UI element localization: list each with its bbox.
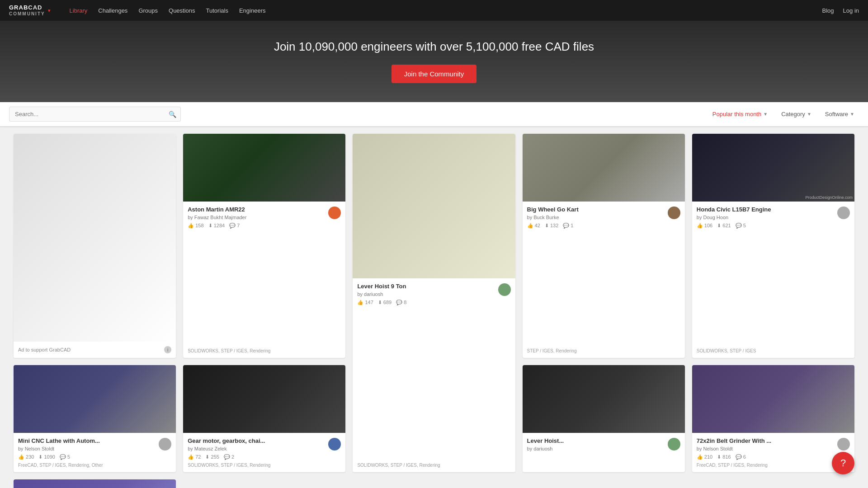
ad-text: Ad to support GrabCAD — [18, 347, 71, 352]
card-downloads: ⬇ 132 — [545, 223, 558, 229]
card-title-author-wrap: Gear motor, gearbox, chai... by Mateusz … — [188, 437, 265, 451]
card-comments: 💬 5 — [60, 454, 70, 460]
card-tags: FreeCAD, STEP / IGES, Rendering, Other — [18, 463, 171, 468]
nav-link-challenges[interactable]: Challenges — [94, 5, 132, 16]
card-avatar — [668, 438, 680, 450]
nav-link-tutorials[interactable]: Tutorials — [202, 5, 233, 16]
category-filter-label: Category — [781, 111, 805, 117]
card-downloads: ⬇ 621 — [717, 223, 731, 229]
card-title-author-wrap: Aston Martin AMR22 by Fawaz Bukht Majmad… — [188, 206, 246, 220]
card-author: by Nelson Stoldt — [18, 446, 100, 451]
card-author: by Mateusz Zelek — [188, 446, 265, 451]
model-card[interactable]: Lever Hoist... by dariuosh — [523, 365, 685, 472]
card-image — [183, 134, 345, 202]
card-stats: 👍 42 ⬇ 132 💬 1 — [527, 223, 680, 229]
help-fab[interactable]: ? — [832, 452, 854, 474]
category-filter-button[interactable]: Category ▼ — [777, 108, 816, 120]
card-stats: 👍 158 ⬇ 1284 💬 7 — [188, 223, 341, 229]
card-stats: 👍 210 ⬇ 816 💬 6 — [697, 454, 850, 460]
card-comments: 💬 2 — [224, 454, 234, 460]
category-filter-arrow: ▼ — [807, 112, 811, 117]
card-image — [692, 365, 854, 433]
card-title: Lever Hoist... — [527, 437, 564, 445]
card-avatar — [328, 438, 341, 450]
logo-dropdown-arrow[interactable]: ▼ — [47, 8, 52, 13]
logo-grab: GRAB — [9, 4, 28, 11]
card-image — [14, 479, 176, 488]
card-title-author-wrap: 72x2in Belt Grinder With ... by Nelson S… — [697, 437, 771, 451]
nav-link-groups[interactable]: Groups — [134, 5, 162, 16]
search-icon[interactable]: 🔍 — [169, 111, 176, 118]
login-link[interactable]: Log in — [843, 7, 859, 14]
model-card[interactable]: Mini CNC Lathe with Autom... by Nelson S… — [14, 365, 176, 472]
card-title-author-wrap: Big Wheel Go Kart by Buck Burke — [527, 206, 579, 220]
software-filter-button[interactable]: Software ▼ — [821, 108, 859, 120]
card-title: Aston Martin AMR22 — [188, 206, 246, 214]
card-downloads: ⬇ 689 — [378, 300, 392, 305]
card-title-author-wrap: Honda Civic L15B7 Engine by Doug Hoon — [697, 206, 771, 220]
ad-card[interactable]: Ad to support GrabCAD i — [14, 134, 176, 358]
card-body: Lever Hoist 9 Ton by dariuosh 👍 147 ⬇ 68… — [353, 278, 515, 472]
card-author-row: 72x2in Belt Grinder With ... by Nelson S… — [697, 437, 850, 451]
card-comments: 💬 5 — [736, 223, 746, 229]
watermark: ProductDesignOnline.com — [805, 195, 853, 200]
card-likes: 👍 210 — [697, 454, 712, 460]
hero-section: Join 10,090,000 engineers with over 5,10… — [0, 21, 868, 102]
join-community-button[interactable]: Join the Community — [392, 65, 477, 83]
card-tags: SOLIDWORKS, STEP / IGES, Rendering — [357, 463, 510, 468]
logo[interactable]: GRABCAD COMMUNITY ▼ — [9, 4, 52, 17]
search-input[interactable] — [9, 107, 181, 122]
popular-filter-arrow: ▼ — [763, 112, 768, 117]
model-card[interactable]: Gear motor, gearbox, chai... by Mateusz … — [183, 365, 345, 472]
card-title: Honda Civic L15B7 Engine — [697, 206, 771, 214]
card-avatar — [498, 283, 511, 296]
card-body: Mini CNC Lathe with Autom... by Nelson S… — [14, 433, 176, 472]
filter-bar: 🔍 Popular this month ▼ Category ▼ Softwa… — [0, 102, 868, 127]
card-image — [183, 365, 345, 433]
card-likes: 👍 72 — [188, 454, 201, 460]
software-filter-arrow: ▼ — [850, 112, 854, 117]
card-tags: SOLIDWORKS, STEP / IGES — [697, 348, 850, 353]
card-author-row: Honda Civic L15B7 Engine by Doug Hoon — [697, 206, 850, 220]
navbar: GRABCAD COMMUNITY ▼ Library Challenges G… — [0, 0, 868, 21]
blog-link[interactable]: Blog — [822, 7, 834, 14]
model-card[interactable]: Aston Martin AMR22 by Fawaz Bukht Majmad… — [183, 134, 345, 358]
nav-link-questions[interactable]: Questions — [164, 5, 200, 16]
popular-filter-label: Popular this month — [712, 111, 761, 117]
card-comments: 💬 1 — [563, 223, 573, 229]
ad-info-icon[interactable]: i — [164, 346, 171, 353]
nav-right: Blog Log in — [822, 7, 859, 14]
nav-link-library[interactable]: Library — [65, 5, 92, 16]
model-card[interactable]: 72x2in Belt Grinder With ... by Nelson S… — [692, 365, 854, 472]
card-title-author-wrap: Lever Hoist... by dariuosh — [527, 437, 564, 451]
model-grid: Ad to support GrabCAD i Aston Martin AMR… — [5, 127, 863, 488]
card-stats: 👍 230 ⬇ 1090 💬 5 — [18, 454, 171, 460]
card-tags: SOLIDWORKS, STEP / IGES, Rendering — [188, 463, 341, 468]
card-body: Big Wheel Go Kart by Buck Burke 👍 42 ⬇ 1… — [523, 202, 685, 358]
card-author-row: Mini CNC Lathe with Autom... by Nelson S… — [18, 437, 171, 451]
card-title: Big Wheel Go Kart — [527, 206, 579, 214]
card-avatar — [837, 206, 850, 219]
card-likes: 👍 42 — [527, 223, 540, 229]
card-title: 72x2in Belt Grinder With ... — [697, 437, 771, 445]
model-card[interactable]: PhoStr CNC pcboard mill by Nelson Stoldt… — [14, 479, 176, 488]
nav-links: Library Challenges Groups Questions Tuto… — [65, 5, 822, 16]
card-title: Gear motor, gearbox, chai... — [188, 437, 265, 445]
card-author-row: Aston Martin AMR22 by Fawaz Bukht Majmad… — [188, 206, 341, 220]
card-comments: 💬 6 — [736, 454, 746, 460]
card-title: Lever Hoist 9 Ton — [357, 283, 406, 291]
card-stats: 👍 147 ⬇ 689 💬 8 — [357, 300, 510, 305]
card-image — [523, 365, 685, 433]
search-wrapper: 🔍 — [9, 107, 181, 122]
card-likes: 👍 230 — [18, 454, 34, 460]
popular-filter-button[interactable]: Popular this month ▼ — [708, 108, 772, 120]
logo-cad: CAD — [28, 4, 42, 11]
model-card[interactable]: Lever Hoist 9 Ton by dariuosh 👍 147 ⬇ 68… — [353, 134, 515, 472]
card-author: by Doug Hoon — [697, 215, 771, 220]
model-card[interactable]: ProductDesignOnline.com Honda Civic L15B… — [692, 134, 854, 358]
card-downloads: ⬇ 1090 — [38, 454, 55, 460]
card-comments: 💬 8 — [396, 300, 406, 305]
nav-link-engineers[interactable]: Engineers — [235, 5, 270, 16]
model-card[interactable]: Big Wheel Go Kart by Buck Burke 👍 42 ⬇ 1… — [523, 134, 685, 358]
card-stats: 👍 72 ⬇ 255 💬 2 — [188, 454, 341, 460]
